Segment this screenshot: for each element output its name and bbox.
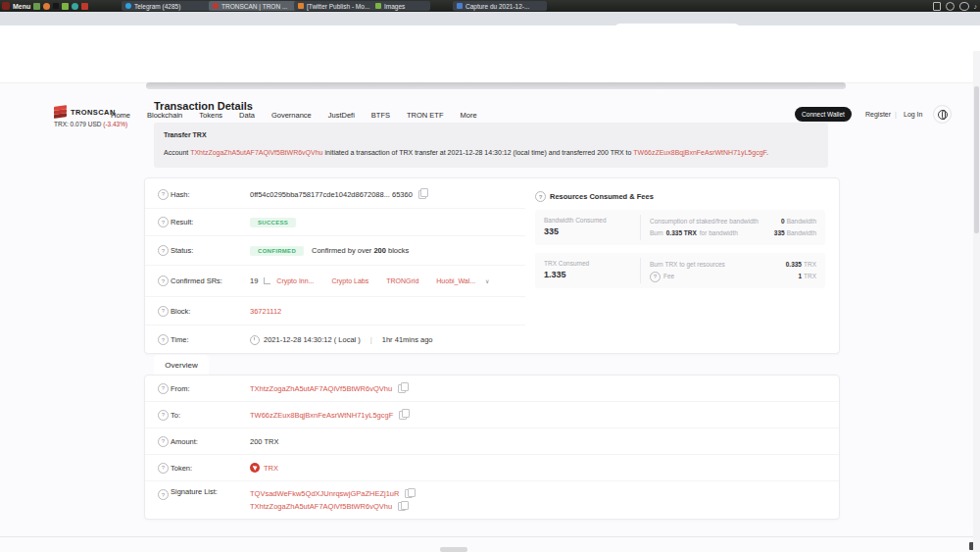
register-link[interactable]: Register <box>865 111 891 118</box>
help-icon[interactable] <box>158 410 169 421</box>
transfer-notice: Transfer TRX Account TXhtzZogaZhA5utAF7A… <box>154 123 828 168</box>
from-address-link[interactable]: TXhtzZogaZhA5utAF7AQiVf5BtWR6vQVhu <box>190 149 322 156</box>
files-icon[interactable] <box>62 3 69 10</box>
time-value: 2021-12-28 14:30:12 ( Local ) <box>264 335 361 344</box>
clipboard-tray-icon[interactable] <box>933 2 941 11</box>
overview-row-signature-list: Signature List: TQVsadWeFkw5QdXJUnrqswjG… <box>145 481 839 527</box>
nav-btfs[interactable]: BTFS <box>371 111 390 120</box>
token-link[interactable]: TRX <box>264 464 278 473</box>
copy-icon[interactable] <box>399 411 407 420</box>
page-title: Transaction Details <box>154 100 253 112</box>
system-bar: Menu Telegram (4285) TRONSCAN | TRON ...… <box>0 0 980 12</box>
nav-more[interactable]: More <box>461 111 477 120</box>
copy-icon[interactable] <box>418 190 426 199</box>
to-address-link[interactable]: TW66zZEux8BqjBxnFeAsrWtNH71yL5gcgF <box>633 149 766 156</box>
footer-divider <box>0 536 980 537</box>
status-note: Confirmed by over 200 blocks <box>312 246 409 255</box>
help-icon[interactable] <box>158 436 169 447</box>
workspace-icon[interactable] <box>33 3 40 10</box>
nav-tron-etf[interactable]: TRON ETF <box>407 111 444 120</box>
overview-row-amount: Amount: 200 TRX <box>145 428 839 455</box>
overview-row-to: To: TW66zZEux8BqjBxnFeAsrWtNH71yL5gcgF <box>145 402 839 428</box>
footer-pill <box>440 547 467 552</box>
trx-row-fee: Fee 1 TRX <box>650 271 816 282</box>
help-icon[interactable] <box>158 189 169 200</box>
telegram-icon <box>125 3 131 9</box>
sr-link[interactable]: Huobi_Wal... <box>436 277 475 284</box>
tab-overview[interactable]: Overview <box>154 355 209 375</box>
time-ago: 1hr 41mins ago <box>382 335 433 344</box>
publish-icon <box>298 3 304 9</box>
help-icon[interactable] <box>158 276 169 286</box>
copy-icon[interactable] <box>398 384 406 393</box>
app-icon-orange[interactable] <box>43 3 50 10</box>
nav-justdefi[interactable]: JustDefi <box>328 111 355 120</box>
detail-row-result: Result: SUCCESS <box>145 209 525 236</box>
detail-row-status: Status: CONFIRMED Confirmed by over 200 … <box>145 236 525 266</box>
help-icon[interactable] <box>535 191 546 202</box>
transaction-detail-card: Hash: 0ff54c0295bba758177cde1042d8672088… <box>144 177 840 354</box>
sr-list-icon <box>264 277 270 284</box>
help-icon[interactable] <box>158 334 169 345</box>
detail-left-column: Hash: 0ff54c0295bba758177cde1042d8672088… <box>145 180 525 354</box>
sr-count: 19 <box>250 276 258 285</box>
terminal-icon[interactable] <box>53 3 59 9</box>
connect-wallet-button[interactable]: Connect Wallet <box>795 107 852 122</box>
sr-link[interactable]: Crypto Inn... <box>276 277 314 284</box>
taskbar-window-tronscan[interactable]: TRONSCAN | TRON ... <box>209 1 299 11</box>
help-icon[interactable] <box>158 245 169 256</box>
clock-icon <box>250 335 260 345</box>
browser-address-bar: ← → ↻ tronscan.org/#/transaction/0ff54c0… <box>0 25 980 52</box>
music-note-icon[interactable]: ♪ <box>974 3 978 10</box>
menu-button[interactable]: Menu <box>13 3 30 10</box>
hash-value: 0ff54c0295bba758177cde1042d8672088... 65… <box>250 190 413 199</box>
nav-governance[interactable]: Governance <box>271 111 312 120</box>
users-tray-icon[interactable] <box>959 2 969 11</box>
shield-app-icon[interactable] <box>81 3 88 10</box>
taskbar-window-images[interactable]: Images <box>371 1 430 11</box>
taskbar-window-twitter[interactable]: [Twitter Publish - Mo... <box>294 1 376 11</box>
help-icon[interactable] <box>158 217 169 227</box>
globe-app-icon[interactable] <box>72 3 78 10</box>
signature-link[interactable]: TQVsadWeFkw5QdXJUnrqswjGPaZHEZj1uR <box>250 487 399 500</box>
trx-consumed-box: TRX Consumed 1.335 Burn TRX to get resou… <box>535 253 825 288</box>
signature-link[interactable]: TXhtzZogaZhA5utAF7AQiVf5BtWR6vQVhu <box>250 500 392 513</box>
overview-row-from: From: TXhtzZogaZhA5utAF7AQiVf5BtWR6vQVhu <box>145 376 839 402</box>
overview-row-token: Token: TRX <box>145 455 839 481</box>
help-icon[interactable] <box>158 306 169 317</box>
taskbar-window-telegram[interactable]: Telegram (4285) <box>122 1 214 11</box>
ad-banner <box>146 82 846 89</box>
block-link[interactable]: 36721112 <box>250 307 281 316</box>
help-icon[interactable] <box>158 383 169 394</box>
chevron-down-icon[interactable]: ∨ <box>485 277 489 284</box>
taskbar-window-capture[interactable]: Capture du 2021-12-... <box>453 1 547 11</box>
notice-body: Account TXhtzZogaZhA5utAF7AQiVf5BtWR6vQV… <box>164 149 768 156</box>
bandwidth-row-staked: Consumption of staked/free bandwidth 0 B… <box>650 216 816 227</box>
tronscan-icon <box>213 3 219 9</box>
help-icon[interactable] <box>158 489 169 500</box>
folder-icon <box>375 3 381 9</box>
help-icon[interactable] <box>650 272 661 282</box>
language-globe-icon[interactable] <box>933 105 952 124</box>
tronscan-logo[interactable]: TRONSCAN <box>54 106 116 118</box>
browser-tab-strip: Compte Ethereum Graphique de prix (ETH) … <box>0 12 980 25</box>
distro-menu-icon[interactable] <box>2 2 10 10</box>
scrollbar-thumb[interactable] <box>974 86 979 233</box>
copy-icon[interactable] <box>398 502 406 511</box>
user-tray-icon[interactable] <box>946 2 955 11</box>
detail-row-confirmed-srs: Confirmed SRs: 19 Crypto Inn... Crypto L… <box>145 266 525 297</box>
sr-link[interactable]: Crypto Labs <box>331 277 368 284</box>
to-address-link[interactable]: TW66zZEux8BqjBxnFeAsrWtNH71yL5gcgF <box>250 411 393 420</box>
help-icon[interactable] <box>158 463 169 474</box>
copy-icon[interactable] <box>405 489 413 498</box>
login-link[interactable]: Log In <box>904 111 922 118</box>
bandwidth-consumed-box: Bandwidth Consumed 335 Consumption of st… <box>535 210 825 245</box>
resources-panel: Resources Consumed & Fees Bandwidth Cons… <box>535 178 829 296</box>
from-address-link[interactable]: TXhtzZogaZhA5utAF7AQiVf5BtWR6vQVhu <box>250 384 392 393</box>
screen: Menu Telegram (4285) TRONSCAN | TRON ...… <box>0 0 980 552</box>
detail-row-hash: Hash: 0ff54c0295bba758177cde1042d8672088… <box>145 180 525 209</box>
sr-link[interactable]: TRONGrid <box>386 277 418 284</box>
overview-card: From: TXhtzZogaZhA5utAF7AQiVf5BtWR6vQVhu… <box>144 375 840 520</box>
nav-home[interactable]: Home <box>111 111 130 120</box>
detail-row-time: Time: 2021-12-28 14:30:12 ( Local ) | 1h… <box>145 326 525 354</box>
